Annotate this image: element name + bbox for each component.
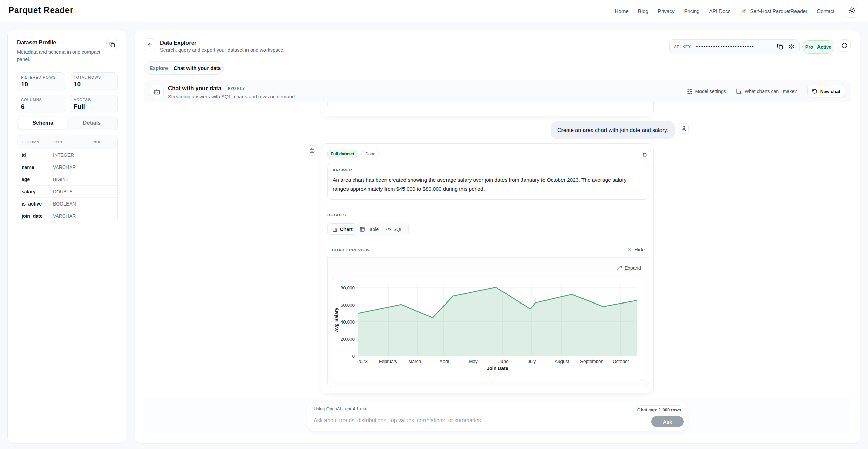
- svg-text:February: February: [379, 359, 397, 364]
- svg-text:2023: 2023: [357, 359, 368, 364]
- svg-text:October: October: [613, 359, 629, 364]
- svg-text:Avg Salary: Avg Salary: [334, 308, 339, 332]
- svg-text:20,000: 20,000: [341, 337, 355, 342]
- svg-text:August: August: [555, 359, 569, 364]
- svg-text:80,000: 80,000: [341, 285, 355, 290]
- svg-text:March: March: [408, 359, 421, 364]
- svg-text:60,000: 60,000: [341, 302, 355, 308]
- svg-text:September: September: [580, 359, 603, 364]
- svg-text:July: July: [528, 359, 536, 364]
- svg-text:June: June: [498, 359, 508, 364]
- svg-text:April: April: [439, 359, 449, 364]
- svg-text:0: 0: [352, 354, 355, 359]
- svg-text:Join Date: Join Date: [487, 366, 508, 371]
- svg-text:40,000: 40,000: [341, 319, 355, 325]
- svg-text:May: May: [469, 359, 478, 364]
